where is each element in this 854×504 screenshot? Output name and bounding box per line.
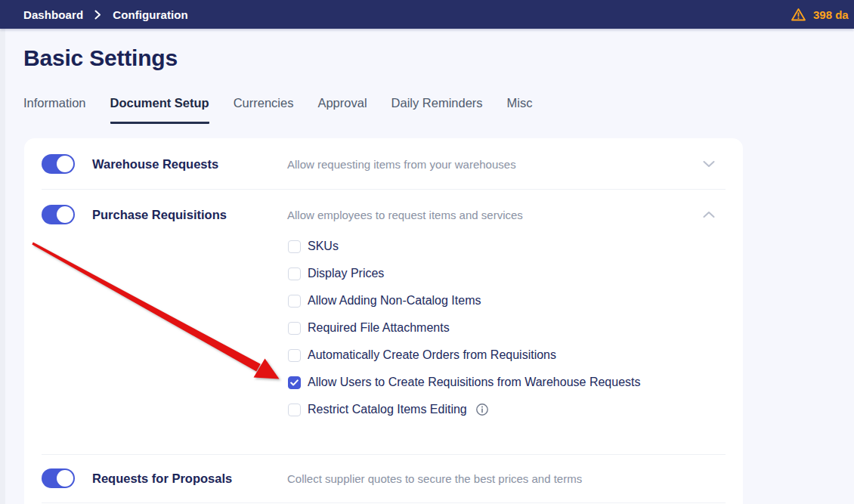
topbar: Dashboard Configuration 398 da	[0, 0, 854, 29]
section-description: Allow requesting items from your warehou…	[287, 157, 516, 170]
toggle-knob	[57, 156, 73, 172]
tab-currencies[interactable]: Currencies	[234, 96, 294, 124]
chevron-down-icon[interactable]	[703, 160, 715, 167]
option-label: Display Prices	[308, 267, 384, 280]
divider	[42, 502, 726, 503]
option-label: Automatically Create Orders from Requisi…	[308, 348, 556, 362]
breadcrumb-dashboard[interactable]: Dashboard	[23, 8, 83, 21]
option-label: Restrict Catalog Items Editing	[308, 403, 467, 416]
breadcrumb-chevron-icon	[94, 10, 101, 20]
section-title: Requests for Proposals	[92, 472, 232, 486]
section-warehouse-requests: Warehouse Requests Allow requesting item…	[24, 138, 743, 189]
tab-document-setup[interactable]: Document Setup	[110, 96, 209, 124]
section-title: Purchase Requisitions	[92, 208, 227, 222]
tab-misc[interactable]: Misc	[507, 96, 533, 124]
warning-text: 398 da	[813, 8, 849, 21]
info-icon[interactable]	[475, 403, 489, 416]
settings-card: Warehouse Requests Allow requesting item…	[24, 138, 743, 504]
option-requisitions-from-warehouse-requests[interactable]: Allow Users to Create Requisitions from …	[288, 373, 640, 391]
option-required-file-attachments[interactable]: Required File Attachments	[288, 319, 450, 337]
screen: Dashboard Configuration 398 da Basic Set…	[0, 0, 854, 504]
checkbox-unchecked[interactable]	[288, 404, 301, 416]
checkbox-unchecked[interactable]	[288, 267, 301, 280]
tab-bar: Information Document Setup Currencies Ap…	[23, 96, 533, 124]
tab-information[interactable]: Information	[23, 96, 86, 124]
checkbox-unchecked[interactable]	[288, 322, 301, 335]
checkbox-unchecked[interactable]	[288, 349, 301, 362]
option-display-prices[interactable]: Display Prices	[288, 264, 384, 283]
checkbox-unchecked[interactable]	[288, 295, 301, 308]
page-title: Basic Settings	[23, 45, 178, 71]
checkbox-unchecked[interactable]	[288, 240, 301, 253]
section-title: Warehouse Requests	[92, 156, 218, 171]
requests-for-proposals-toggle[interactable]	[42, 468, 75, 488]
warning-icon	[791, 8, 806, 22]
section-description: Collect supplier quotes to secure the be…	[287, 472, 582, 485]
option-label: SKUs	[308, 240, 339, 253]
section-description: Allow employees to request items and ser…	[287, 209, 523, 221]
purchase-requisitions-toggle[interactable]	[42, 205, 75, 224]
warehouse-requests-toggle[interactable]	[42, 154, 75, 174]
breadcrumb: Dashboard Configuration	[23, 0, 188, 29]
option-label: Allow Users to Create Requisitions from …	[308, 376, 640, 389]
option-label: Required File Attachments	[308, 321, 450, 335]
option-allow-non-catalog-items[interactable]: Allow Adding Non-Catalog Items	[288, 292, 481, 310]
tab-approval[interactable]: Approval	[317, 96, 367, 124]
left-edge-strip	[0, 29, 5, 504]
chevron-up-icon[interactable]	[703, 212, 715, 218]
toggle-knob	[57, 206, 73, 223]
breadcrumb-configuration[interactable]: Configuration	[113, 8, 188, 21]
checkbox-checked[interactable]	[288, 376, 301, 389]
toggle-knob	[57, 470, 73, 487]
tab-daily-reminders[interactable]: Daily Reminders	[391, 96, 483, 124]
option-restrict-catalog-editing[interactable]: Restrict Catalog Items Editing	[288, 400, 489, 419]
option-skus[interactable]: SKUs	[288, 237, 339, 255]
license-warning[interactable]: 398 da	[791, 0, 849, 29]
section-requests-for-proposals: Requests for Proposals Collect supplier …	[24, 454, 743, 502]
option-auto-create-orders[interactable]: Automatically Create Orders from Requisi…	[288, 346, 556, 364]
section-purchase-requisitions: Purchase Requisitions Allow employees to…	[24, 189, 743, 240]
option-label: Allow Adding Non-Catalog Items	[308, 294, 481, 308]
